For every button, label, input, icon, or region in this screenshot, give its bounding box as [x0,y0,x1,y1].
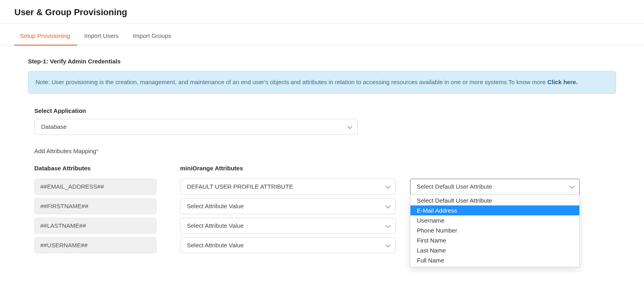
dropdown-option-username[interactable]: Username [410,215,579,225]
dropdown-option-fullname[interactable]: Full Name [410,255,579,267]
db-attribute-field: ##EMAIL_ADDRESS## [34,179,157,195]
dropdown-option-placeholder[interactable]: Select Default User Attribute [410,195,579,205]
db-attribute-field: ##FIRSTNAME## [34,198,157,214]
select-application-dropdown[interactable]: Database [34,119,358,135]
default-user-attribute-value: Select Default User Attribute [417,183,492,190]
db-attribute-field: ##LASTNAME## [34,218,157,234]
default-attribute-column: Select Default User Attribute Select Def… [410,165,580,195]
dropdown-option-phone[interactable]: Phone Number [410,225,579,235]
learn-more-link[interactable]: Click here. [547,79,578,85]
page-title: User & Group Provisioning [14,7,630,18]
dropdown-option-lastname[interactable]: Last Name [410,245,579,255]
dropdown-option-email[interactable]: E-Mail Address [410,205,579,215]
mo-attribute-select[interactable]: Select Attribute Value [180,237,396,253]
tab-import-users[interactable]: Import Users [77,24,126,45]
content-area: Step-1: Verify Admin Credentials Note: U… [0,46,644,257]
dropdown-option-firstname[interactable]: First Name [410,235,579,245]
database-attributes-column: Database Attributes ##EMAIL_ADDRESS## ##… [34,165,180,257]
page-header: User & Group Provisioning [0,0,644,24]
mo-attribute-select[interactable]: Select Attribute Value [180,198,396,214]
miniorange-attributes-column: miniOrange Attributes DEFAULT USER PROFI… [180,165,410,257]
select-application-value: Database [41,123,67,130]
tab-bar: Setup Provisioning Import Users Import G… [0,24,644,46]
note-text: Note: User provisioning is the creation,… [36,79,547,85]
db-attribute-field: ##USERNAME## [34,237,157,253]
default-user-attribute-select[interactable]: Select Default User Attribute [410,179,580,195]
tab-import-groups[interactable]: Import Groups [126,24,178,45]
default-attribute-header-spacer [417,165,580,172]
tab-setup-provisioning[interactable]: Setup Provisioning [14,24,77,45]
miniorange-attributes-header: miniOrange Attributes [180,165,410,172]
step-title: Step-1: Verify Admin Credentials [28,58,616,65]
mo-attribute-select[interactable]: Select Attribute Value [180,218,396,234]
select-application-label: Select Application [34,107,616,114]
add-attributes-mapping-label: Add Attributes Mapping* [34,148,616,154]
mo-attribute-select[interactable]: DEFAULT USER PROFILE ATTRIBUTE [180,179,396,195]
default-user-attribute-dropdown: Select Default User Attribute E-Mail Add… [410,194,580,267]
mapping-columns: Database Attributes ##EMAIL_ADDRESS## ##… [34,165,616,257]
database-attributes-header: Database Attributes [34,165,180,172]
required-asterisk: * [96,148,99,154]
info-note: Note: User provisioning is the creation,… [28,71,616,94]
